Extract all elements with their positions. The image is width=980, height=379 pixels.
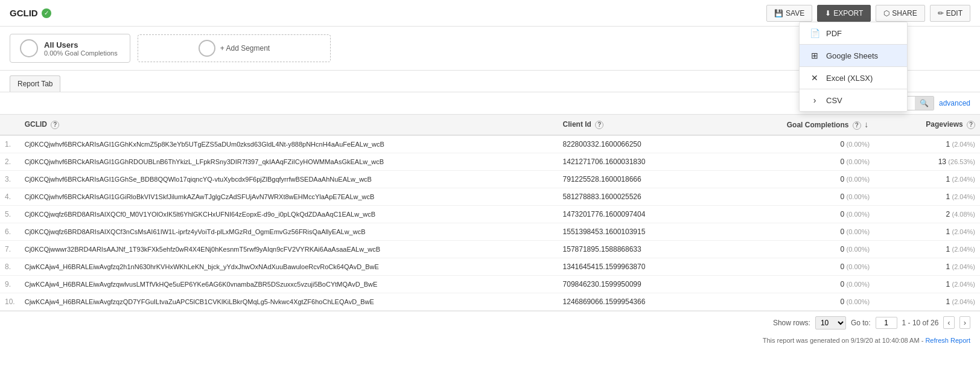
- rows-per-page-select[interactable]: 102550100: [815, 316, 846, 330]
- pageviews-cell: 1 (2.04%): [874, 240, 980, 258]
- row-number: 5.: [0, 205, 20, 223]
- table-footer: Show rows: 102550100 Go to: 1 - 10 of 26…: [0, 311, 980, 334]
- export-dropdown: 📄 PDF ⊞ Google Sheets ✕ Excel (XLSX) › C…: [799, 22, 908, 112]
- goal-completions-cell: 0 (0.00%): [734, 293, 874, 310]
- pageviews-cell: 2 (4.08%): [874, 205, 980, 223]
- pageviews-cell: 1 (2.04%): [874, 293, 980, 310]
- status-text: This report was generated on 9/19/20 at …: [763, 337, 924, 344]
- table-row: 1. Cj0KCQjwhvf6BRCkARIsAGI1GGhKxNcmZ5p8K…: [0, 135, 980, 153]
- col-pageviews: Pageviews ?: [874, 115, 980, 135]
- table-row: 10. CjwKCAjw4_H6BRALEiwAvgfzqzQD7YFGuILt…: [0, 293, 980, 310]
- table-row: 8. CjwKCAjw4_H6BRALEiwAvgfzq2h1nN630hrKV…: [0, 258, 980, 275]
- add-segment-card[interactable]: + Add Segment: [138, 34, 331, 62]
- header-left: GCLID ✓: [10, 8, 51, 18]
- client-id-cell: 1341645415.1599963870: [558, 258, 734, 275]
- row-number: 10.: [0, 293, 20, 310]
- client-id-cell: 1473201776.1600097404: [558, 205, 734, 223]
- pageviews-cell: 1 (2.04%): [874, 223, 980, 240]
- edit-button[interactable]: ✏ EDIT: [930, 5, 970, 22]
- csv-icon: ›: [809, 95, 820, 105]
- verified-icon: ✓: [42, 8, 51, 18]
- gclid-cell: Cj0KCQjwqfz6BRD8ARIsAIXQCf3nCsMsAI61IW1L…: [20, 223, 558, 240]
- table-row: 4. Cj0KCQjwhvf6BRCkARIsAGI1GGiRloBkVIV1S…: [0, 188, 980, 205]
- col-gclid: GCLID ?: [20, 115, 558, 135]
- client-id-help-icon[interactable]: ?: [595, 121, 603, 129]
- goal-completions-cell: 0 (0.00%): [734, 275, 874, 293]
- pageviews-cell: 1 (2.04%): [874, 135, 980, 153]
- prev-page-button[interactable]: ‹: [943, 316, 954, 329]
- segment-circle: [20, 39, 38, 57]
- page-range: 1 - 10 of 26: [902, 319, 939, 327]
- goal-completions-help-icon[interactable]: ?: [853, 121, 861, 130]
- export-csv-item[interactable]: › CSV: [800, 89, 907, 111]
- export-button[interactable]: ⬇ EXPORT: [817, 5, 871, 22]
- segment-info: All Users 0.00% Goal Completions: [44, 40, 118, 57]
- segment-sub: 0.00% Goal Completions: [44, 49, 118, 57]
- table-row: 3. Cj0KCQjwhvf6BRCkARIsAGI1GGhSe_BDB8QQW…: [0, 170, 980, 188]
- gclid-cell: CjwKCAjw4_H6BRALEiwAvgfzqwlvusLMTfVkHQe5…: [20, 275, 558, 293]
- excel-label: Excel (XLSX): [826, 74, 873, 83]
- next-page-button[interactable]: ›: [959, 316, 970, 329]
- goto-input[interactable]: [876, 317, 897, 329]
- export-excel-item[interactable]: ✕ Excel (XLSX): [800, 67, 907, 89]
- client-id-cell: 1551398453.1600103915: [558, 223, 734, 240]
- share-icon: ⬡: [883, 9, 889, 18]
- goal-completions-cell: 0 (0.00%): [734, 188, 874, 205]
- add-segment-label: + Add Segment: [220, 44, 270, 53]
- google-sheets-label: Google Sheets: [826, 51, 878, 60]
- page-title: GCLID: [10, 8, 38, 18]
- data-table: GCLID ? Client Id ? Goal Completions ? ↓…: [0, 115, 980, 311]
- export-pdf-item[interactable]: 📄 PDF: [800, 22, 907, 44]
- pageviews-help-icon[interactable]: ?: [967, 121, 975, 129]
- goal-completions-cell: 0 (0.00%): [734, 223, 874, 240]
- table-row: 2. Cj0KCQjwhvf6BRCkARIsAGI1GGhRDOUBLnB6T…: [0, 153, 980, 170]
- col-num: [0, 115, 20, 135]
- pageviews-cell: 1 (2.04%): [874, 275, 980, 293]
- row-number: 4.: [0, 188, 20, 205]
- advanced-link[interactable]: advanced: [939, 99, 970, 107]
- gclid-cell: Cj0KCQjwhvf6BRCkARIsAGI1GGiRloBkVIV1SkfJ…: [20, 188, 558, 205]
- gclid-help-icon[interactable]: ?: [51, 121, 59, 129]
- client-id-cell: 1421271706.1600031830: [558, 153, 734, 170]
- gclid-cell: Cj0KCQjwhvf6BRCkARIsAGI1GGhKxNcmZ5p8K3eY…: [20, 135, 558, 153]
- header-actions: 💾 SAVE ⬇ EXPORT ⬡ SHARE ✏ EDIT: [766, 5, 970, 22]
- segment-name: All Users: [44, 40, 118, 49]
- goal-completions-cell: 0 (0.00%): [734, 240, 874, 258]
- save-icon: 💾: [774, 9, 783, 18]
- gclid-cell: Cj0KCQjwhvf6BRCkARIsAGI1GGhSe_BDB8QQWlo1…: [20, 170, 558, 188]
- search-button[interactable]: 🔍: [915, 97, 934, 110]
- save-button[interactable]: 💾 SAVE: [766, 5, 812, 22]
- goal-completions-cell: 0 (0.00%): [734, 205, 874, 223]
- gclid-cell: Cj0KCQjwwwr32BRD4ARIsAAJNf_1T93kFXk5ehfz…: [20, 240, 558, 258]
- goal-completions-cell: 0 (0.00%): [734, 258, 874, 275]
- gclid-cell: Cj0KCQjwqfz6BRD8ARIsAIXQCf0_M0V1YOlOxIK5…: [20, 205, 558, 223]
- export-google-sheets-item[interactable]: ⊞ Google Sheets: [800, 45, 907, 66]
- client-id-cell: 1246869066.1599954366: [558, 293, 734, 310]
- row-number: 6.: [0, 223, 20, 240]
- pdf-label: PDF: [826, 29, 842, 38]
- row-number: 8.: [0, 258, 20, 275]
- excel-icon: ✕: [809, 73, 820, 83]
- client-id-cell: 822800332.1600066250: [558, 135, 734, 153]
- goal-completions-sort-button[interactable]: ↓: [863, 119, 870, 129]
- all-users-segment[interactable]: All Users 0.00% Goal Completions: [10, 34, 130, 63]
- report-tab[interactable]: Report Tab: [10, 75, 60, 92]
- row-number: 2.: [0, 153, 20, 170]
- goal-completions-cell: 0 (0.00%): [734, 170, 874, 188]
- row-number: 9.: [0, 275, 20, 293]
- table-container: GCLID ? Client Id ? Goal Completions ? ↓…: [0, 115, 980, 311]
- table-row: 5. Cj0KCQjwqfz6BRD8ARIsAIXQCf0_M0V1YOlOx…: [0, 205, 980, 223]
- client-id-cell: 791225528.1600018666: [558, 170, 734, 188]
- client-id-cell: 157871895.1588868633: [558, 240, 734, 258]
- client-id-cell: 709846230.1599950099: [558, 275, 734, 293]
- pageviews-cell: 13 (26.53%): [874, 153, 980, 170]
- table-body: 1. Cj0KCQjwhvf6BRCkARIsAGI1GGhKxNcmZ5p8K…: [0, 135, 980, 311]
- row-number: 7.: [0, 240, 20, 258]
- client-id-cell: 581278883.1600025526: [558, 188, 734, 205]
- col-client-id: Client Id ?: [558, 115, 734, 135]
- table-header-row: GCLID ? Client Id ? Goal Completions ? ↓…: [0, 115, 980, 135]
- share-button[interactable]: ⬡ SHARE: [876, 5, 924, 22]
- refresh-report-link[interactable]: Refresh Report: [925, 337, 970, 344]
- gclid-cell: Cj0KCQjwhvf6BRCkARIsAGI1GGhRDOUBLnB6ThYk…: [20, 153, 558, 170]
- col-goal-completions: Goal Completions ? ↓: [734, 115, 874, 135]
